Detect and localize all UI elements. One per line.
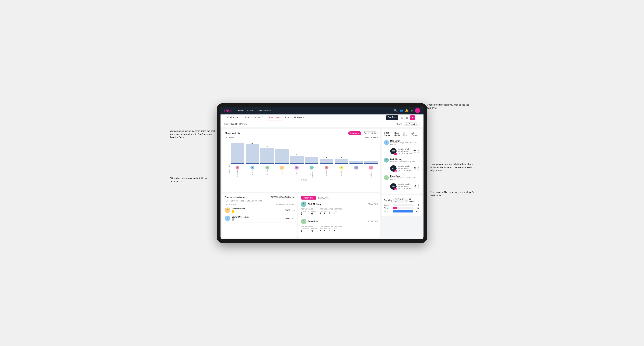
player-avatar-small: B <box>235 165 240 170</box>
shot-badge: 200 SG <box>390 165 396 172</box>
player-name-x: E. Ebert <box>296 170 298 175</box>
gtt-label: GTT <box>320 227 323 229</box>
toggle-on-course[interactable]: On Course <box>348 131 362 135</box>
shot-player-row[interactable]: M Matt Miller 09 Jun 2023 · Royal North … <box>384 138 419 147</box>
nav-link-teams[interactable]: Teams <box>247 109 254 112</box>
tablet-frame: clippd Home Teams My Performance 🔍 👥 🔔 ⊕… <box>217 103 427 243</box>
total-rounds-label: Total Rounds <box>301 208 317 210</box>
show-select[interactable]: Last 3 months <box>403 123 418 126</box>
bar-highlight <box>246 163 259 164</box>
bar[interactable] <box>364 161 378 164</box>
shots-header: Best Shots Best Shots All Shots ▾ All Pl… <box>384 131 419 137</box>
scoring-players-dropdown[interactable]: All Players ▾ <box>409 198 419 202</box>
total-practice-label: Total Practice Activities <box>320 208 342 210</box>
par-filter-dropdown[interactable]: Par 3, 4 & 5s ▾ <box>394 198 408 203</box>
player-row[interactable]: R Richard Butler 1 19/20 110 <box>225 206 294 214</box>
chevron-down-icon: ▾ <box>406 199 407 201</box>
add-team-button[interactable]: Add Team <box>386 115 398 120</box>
leaderboard-dropdown[interactable]: PUTT Must Make Putting ... ▾ <box>270 196 294 198</box>
shot-player-row[interactable]: D David Ford 24 Aug 2023 · Royal North D… <box>384 173 419 182</box>
player-activity-header: Player Activity On Course Practice Drill… <box>225 131 378 135</box>
player-row[interactable]: E Edward Crossman 2 18/20 107 <box>225 214 294 223</box>
users-icon[interactable]: 👥 <box>400 109 403 112</box>
bar[interactable] <box>334 159 348 164</box>
x-axis-item: OO. Billingham <box>305 165 318 178</box>
player-name-x: R. Butler <box>326 170 327 176</box>
bar[interactable] <box>260 148 274 164</box>
active-player-name: Rees Britt <box>308 220 318 223</box>
x-axis-item: EE. Ebert <box>290 165 304 178</box>
bar[interactable] <box>231 143 244 164</box>
shot-dist-label: yds <box>414 169 416 171</box>
card-view-icon[interactable]: ♥ <box>410 115 415 120</box>
practice-players-list: R Richard Butler 1 19/20 110 E Edward Cr… <box>225 206 294 223</box>
x-axis-item: MM. Miller <box>334 165 348 178</box>
chart-section-label: On Course Total Rounds ▾ <box>225 137 378 139</box>
active-player-avatar: R <box>301 219 306 224</box>
bar[interactable] <box>275 149 289 164</box>
player-name: Edward Crossman <box>232 216 249 218</box>
search-icon[interactable]: 🔍 <box>394 109 398 112</box>
shot-stat-dist: 43 yds <box>414 166 416 171</box>
tab-least-active[interactable]: Least Active <box>316 196 331 199</box>
bar-group-6: 3 <box>320 157 333 164</box>
par-filter-label: Par 3, 4 & 5s <box>394 198 406 202</box>
tab-best-shots[interactable]: Best Shots <box>394 132 402 136</box>
tab-all-players[interactable]: All Players <box>292 114 306 121</box>
nav-link-performance[interactable]: My Performance <box>256 109 273 112</box>
scoring-title: Scoring <box>384 199 392 201</box>
all-players-label: All Players <box>412 132 418 136</box>
bell-icon[interactable]: 🔔 <box>405 109 408 112</box>
tab-pgat-players[interactable]: PGAT Players <box>224 114 242 121</box>
tournament-val: 7 <box>301 212 309 215</box>
tournament-block: Tournament 7 <box>301 210 309 215</box>
bar[interactable] <box>305 157 318 164</box>
tab-tour[interactable]: Tour <box>282 114 292 121</box>
practice-title: Practice Leaderboards <box>225 196 246 198</box>
bar-group-7: 3 <box>334 157 348 164</box>
player-avatar-small: D <box>265 165 270 170</box>
plus-circle-icon[interactable]: ⊕ <box>411 109 413 112</box>
player-avatar: R <box>225 207 230 213</box>
bar-value: 10 <box>266 146 268 147</box>
toggle-practice-drills[interactable]: Practice Drills <box>362 131 378 135</box>
shot-player-meta: 23 Jul 2023 · Ashridge GC, Hole 15 <box>390 160 417 162</box>
bar-group-1: 12 <box>246 142 259 164</box>
grid-view-icon[interactable]: ⊞ <box>400 115 404 120</box>
shot-stat-dist: 16 yds <box>414 184 416 188</box>
shot-badge: 198 SG <box>390 183 396 190</box>
tab-hcaps[interactable]: Hcaps 1-5 <box>251 114 266 121</box>
tab-team-clippd[interactable]: Team Clippd <box>266 114 282 121</box>
bottom-cards: Practice Leaderboards PUTT Must Make Put… <box>222 193 380 238</box>
shot-entry-2[interactable]: B Blair McHarg 23 Jul 2023 · Ashridge GC… <box>384 156 419 173</box>
list-view-icon[interactable]: ▦ <box>405 115 410 120</box>
annotation-player-filter: You can also filter to show just one pla… <box>430 191 476 197</box>
shot-entry-1[interactable]: M Matt Miller 09 Jun 2023 · Royal North … <box>384 138 419 156</box>
pb-avg-sq: 110 <box>292 209 294 211</box>
shot-chevron-icon: › <box>418 141 419 144</box>
total-rounds-dropdown[interactable]: Total Rounds ▾ <box>365 137 378 139</box>
shot-entry-3[interactable]: D David Ford 24 Aug 2023 · Royal North D… <box>384 173 419 191</box>
edit-icon[interactable]: ✏ <box>248 123 250 125</box>
scoring-count: 3 <box>414 204 419 206</box>
left-panel: Player Activity On Course Practice Drill… <box>220 127 382 239</box>
more-options-icon[interactable]: ⋮ <box>416 115 420 120</box>
shot-remain-val: 0 <box>418 149 419 152</box>
player-name-x: J. Coles <box>281 170 283 175</box>
x-axis-item: BB. McHarg <box>231 165 244 178</box>
arg-block: ARG0 <box>329 227 332 231</box>
bar[interactable] <box>246 144 259 164</box>
tab-pga[interactable]: PGA <box>242 114 251 121</box>
shot-remain-label: yds <box>417 152 419 153</box>
shot-player-info: David Ford 24 Aug 2023 · Royal North Dev… <box>390 175 417 180</box>
tab-most-active[interactable]: Most Active <box>301 196 316 199</box>
avatar[interactable]: U <box>415 108 420 113</box>
bar[interactable] <box>290 156 304 164</box>
shot-player-row[interactable]: B Blair McHarg 23 Jul 2023 · Ashridge GC… <box>384 156 419 164</box>
all-players-dropdown[interactable]: All Players ▾ <box>412 132 419 136</box>
bar[interactable] <box>320 159 333 164</box>
bar[interactable] <box>350 161 363 164</box>
nav-link-home[interactable]: Home <box>238 109 244 112</box>
tab-all-shots[interactable]: All Shots <box>402 132 409 136</box>
rank-badge: 2 <box>232 218 234 221</box>
